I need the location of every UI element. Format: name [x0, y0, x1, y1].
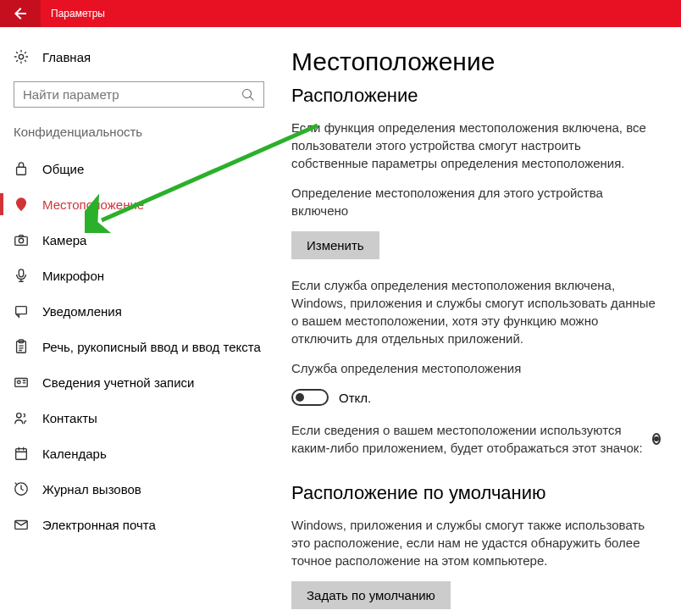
titlebar: Параметры: [0, 0, 681, 27]
sidebar-item-label: Микрофон: [42, 269, 104, 283]
toggle-knob: [296, 393, 304, 402]
titlebar-title: Параметры: [41, 8, 105, 19]
sidebar-item-general[interactable]: Общие: [0, 151, 278, 186]
section-subtitle: Расположение: [291, 85, 661, 107]
svg-point-10: [18, 380, 21, 384]
search-input[interactable]: [23, 87, 241, 102]
sidebar-item-label: Камера: [42, 233, 86, 247]
svg-rect-1: [17, 167, 26, 175]
lock-icon: [14, 161, 29, 176]
status-text: Определение местоположения для этого уст…: [291, 184, 661, 219]
change-button[interactable]: Изменить: [291, 231, 379, 259]
default-location-title: Расположение по умолчанию: [291, 482, 661, 504]
sidebar-item-label: Местоположение: [42, 197, 144, 212]
svg-rect-12: [16, 449, 27, 460]
sidebar-item-microphone[interactable]: Микрофон: [0, 258, 278, 293]
account-icon: [14, 375, 29, 390]
description-2: Если служба определения местоположения в…: [291, 276, 661, 347]
camera-icon: [14, 232, 29, 247]
sidebar-item-camera[interactable]: Камера: [0, 222, 278, 258]
notification-icon: [14, 303, 29, 319]
search-box[interactable]: [14, 81, 264, 108]
svg-rect-6: [16, 307, 27, 314]
svg-point-0: [19, 54, 23, 58]
sidebar-item-label: Речь, рукописный ввод и ввод текста: [42, 340, 261, 354]
sidebar-item-notifications[interactable]: Уведомления: [0, 293, 278, 329]
svg-point-11: [17, 413, 21, 418]
mail-icon: [14, 517, 29, 532]
search-icon: [241, 88, 255, 102]
clipboard-icon: [14, 339, 29, 354]
location-icon: [14, 197, 29, 212]
icon-info-text: Если сведения о вашем местоположении исп…: [291, 421, 661, 457]
sidebar-item-callhistory[interactable]: Журнал вызовов: [0, 471, 278, 507]
contacts-icon: [14, 410, 29, 425]
sidebar-home-label: Главная: [42, 50, 91, 64]
sidebar-item-label: Контакты: [42, 411, 97, 425]
location-service-toggle[interactable]: [291, 389, 329, 406]
svg-point-2: [19, 201, 23, 204]
toggle-title: Служба определения местоположения: [291, 359, 661, 377]
sidebar-item-label: Электронная почта: [42, 518, 156, 532]
sidebar-home[interactable]: Главная: [0, 41, 278, 73]
svg-point-4: [19, 238, 23, 242]
svg-rect-5: [19, 269, 23, 277]
description-1: Если функция определения местоположения …: [291, 119, 661, 172]
sidebar-item-label: Сведения учетной записи: [42, 375, 195, 390]
page-title: Местоположение: [291, 47, 661, 76]
set-default-button[interactable]: Задать по умолчанию: [291, 581, 451, 609]
content-area: Местоположение Расположение Если функция…: [278, 27, 681, 616]
sidebar-section-title: Конфиденциальность: [0, 125, 278, 151]
toggle-state-label: Откл.: [339, 391, 371, 405]
back-arrow-icon: [14, 7, 27, 20]
microphone-icon: [14, 268, 29, 283]
sidebar-item-label: Календарь: [42, 447, 107, 461]
sidebar-item-label: Общие: [42, 162, 84, 176]
gear-icon: [14, 49, 29, 64]
sidebar-item-account[interactable]: Сведения учетной записи: [0, 364, 278, 400]
sidebar-item-email[interactable]: Электронная почта: [0, 507, 278, 542]
sidebar-item-label: Уведомления: [42, 304, 122, 319]
sidebar-item-label: Журнал вызовов: [42, 482, 141, 497]
back-button[interactable]: [0, 0, 41, 27]
sidebar: Главная Конфиденциальность Общие Местопо…: [0, 27, 278, 616]
default-location-desc: Windows, приложения и службы смогут такж…: [291, 516, 661, 569]
sidebar-item-speech[interactable]: Речь, рукописный ввод и ввод текста: [0, 329, 278, 364]
calendar-icon: [14, 446, 29, 461]
sidebar-item-contacts[interactable]: Контакты: [0, 400, 278, 436]
location-indicator-icon: [652, 433, 661, 445]
sidebar-item-calendar[interactable]: Календарь: [0, 436, 278, 471]
history-icon: [14, 481, 29, 497]
sidebar-item-location[interactable]: Местоположение: [0, 186, 278, 222]
